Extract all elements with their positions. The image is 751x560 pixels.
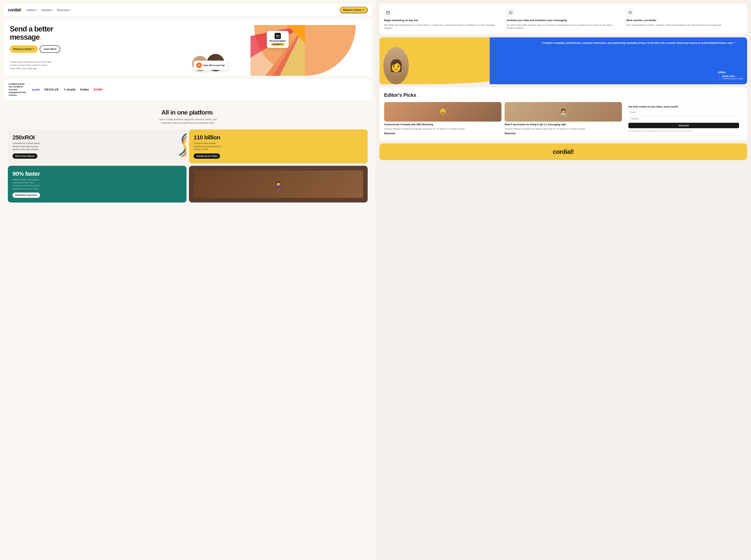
faster-button[interactable]: Build Better Experience — [13, 193, 40, 198]
brand-logos: purple REVOLVE ✦ shopify Forbes JOANN — [32, 88, 367, 91]
editors-picks-title: Editor's Picks. — [384, 92, 743, 98]
hero-title: Send a better message. — [10, 25, 186, 41]
editors-picks-section: Editor's Picks. 😄 Communicate Cordially … — [380, 87, 747, 140]
pick-text-1: Tincidunt habitasse ac blandit urna eges… — [384, 128, 501, 131]
streaming-card-1: 7 Begin streaming on day one With infini… — [384, 8, 503, 29]
picks-grid: 😄 Communicate Cordially with SMS Marketi… — [384, 102, 743, 136]
pick-article-2: 👩‍💼 What 5 top brands are doing to get 1… — [505, 102, 622, 136]
testimonial-quote: " Cordial's empathy, authenticity, custo… — [541, 41, 743, 45]
author-title: Lead Marketing of yopto — [722, 78, 743, 80]
streaming-text-1: With infinite data feeds flowing into ou… — [384, 24, 500, 29]
streaming-icon-3 — [626, 8, 634, 16]
nav-platform[interactable]: Platform — [26, 8, 38, 12]
roi-number: 250xROI — [13, 134, 182, 141]
nav-solutions[interactable]: Solutions — [41, 8, 53, 12]
newsletter-email-input[interactable] — [628, 110, 739, 115]
brands-label: Leading brands use Cordial to increase e… — [8, 82, 28, 96]
hero-background: 📷 Recommendation SEGMENT A 👩 👨 🔔 E — [190, 25, 366, 76]
pick-link-1[interactable]: Read more — [384, 132, 501, 134]
streaming-cards: 7 Begin streaming on day one With infini… — [384, 8, 743, 29]
streaming-text-3: Once implementations complete, marketers… — [626, 24, 739, 26]
hero-right: 📷 Recommendation SEGMENT A 👩 👨 🔔 E — [190, 25, 366, 76]
stats-grid: 250xROI Generated by Cordial clients. Ac… — [8, 129, 368, 163]
testimonial-author: yotpo. Sarah John Lead Marketing of yopt… — [718, 71, 743, 80]
pick-title-2: What 5 top brands are doing to get 1:1 m… — [505, 123, 622, 126]
nav-logo: cordial! — [8, 7, 22, 13]
nav-resources[interactable]: Resources — [57, 8, 71, 12]
navigation: cordial! Platform Solutions Resources Re… — [4, 4, 371, 16]
stat-billion: 110 billion Customer data records transf… — [189, 129, 368, 163]
nav-links: Platform Solutions Resources — [26, 8, 335, 12]
trip-card: 🔔 Extra 15% on your trip! — [194, 61, 228, 70]
hero-buttons: Request a Demo ↗ Learn More — [10, 45, 186, 53]
newsletter-subscribe-button[interactable]: Subscribe — [628, 123, 739, 128]
svg-text:7: 7 — [388, 13, 388, 14]
pick-text-2: Tincidunt habitasse ac blandit urna eges… — [505, 128, 622, 131]
newsletter-title: Our best content in your inbox, every mo… — [628, 105, 739, 108]
hero-learn-button[interactable]: Learn More — [40, 45, 60, 53]
pick-image-1: 😄 — [384, 102, 501, 122]
left-panel: cordial! Platform Solutions Resources Re… — [0, 0, 376, 560]
testimonial-bg: 👩 " Cordial's empathy, authenticity, cus… — [380, 37, 747, 84]
hero-description: Cordial helps marketers use all of their… — [10, 60, 53, 70]
hero-left: Send a better message. Request a Demo ↗ … — [10, 25, 186, 76]
brand-joann: JOANN — [94, 88, 103, 91]
testimonial-section: 👩 " Cordial's empathy, authenticity, cus… — [380, 37, 747, 84]
brand-revolve: REVOLVE — [44, 88, 59, 91]
brands-section: Leading brands use Cordial to increase e… — [4, 79, 371, 100]
nav-cta-button[interactable]: Request a Demo ↗ — [340, 7, 368, 13]
author-name: Sarah John — [722, 75, 743, 78]
streaming-title-2: Activate your data and transform your me… — [507, 19, 620, 22]
streaming-icon-2: M — [507, 8, 515, 16]
brand-shopify: ✦ shopify — [63, 88, 76, 91]
footer-logo: cordial! — [553, 148, 574, 155]
streaming-title-3: Work smarter, not harder — [626, 19, 739, 22]
streaming-section: 7 Begin streaming on day one With infini… — [380, 4, 747, 34]
bottom-stat-grid: 90% faster Implementation than legacy ma… — [8, 166, 368, 203]
faster-number: 90% faster — [13, 171, 182, 177]
billion-number: 110 billion — [194, 134, 363, 141]
footer-section: cordial! — [380, 143, 747, 160]
yotpo-logo: yotpo. — [718, 71, 743, 74]
streaming-card-3: Work smarter, not harder Once implementa… — [623, 8, 743, 29]
streaming-title-1: Begin streaming on day one — [384, 19, 500, 22]
recommendation-icon: 📷 — [274, 33, 281, 39]
recommendation-card: 📷 Recommendation SEGMENT A — [267, 31, 289, 48]
stat-photo-image: 👩‍🦱 — [194, 171, 363, 198]
brand-forbes: Forbes — [80, 88, 89, 91]
all-in-one-section: All in one platform. Use it to build aud… — [4, 103, 371, 208]
newsletter-fine-print: By submitting this form, you are agreein… — [628, 130, 739, 132]
pick-image-2: 👩‍💼 — [505, 102, 622, 122]
stat-roi: 250xROI Generated by Cordial clients. Ac… — [8, 129, 187, 163]
right-panel: 7 Begin streaming on day one With infini… — [376, 0, 751, 560]
newsletter-card: Our best content in your inbox, every mo… — [625, 102, 743, 136]
pick-article-1: 😄 Communicate Cordially with SMS Marketi… — [384, 102, 501, 136]
trip-icon: 🔔 — [196, 63, 202, 68]
billion-desc: Customer data records transformed and ac… — [194, 142, 223, 151]
hero-section: Send a better message. Request a Demo ↗ … — [4, 19, 371, 76]
roi-decoration — [172, 131, 187, 157]
pick-title-1: Communicate Cordially with SMS Marketing — [384, 123, 501, 126]
streaming-text-2: Our data transformation workflows allow … — [507, 24, 620, 29]
streaming-card-2: M Activate your data and transform your … — [504, 8, 623, 29]
recommendation-label: Recommendation — [270, 40, 286, 42]
pick-link-2[interactable]: Read more — [505, 132, 622, 134]
trip-label: Extra 15% on your trip! — [204, 64, 225, 66]
brand-purple: purple — [32, 88, 40, 91]
svg-text:M: M — [510, 12, 511, 14]
streaming-icon-1: 7 — [384, 8, 392, 16]
stat-photo: 👩‍🦱 — [189, 166, 368, 203]
hero-demo-button[interactable]: Request a Demo ↗ — [10, 45, 38, 53]
stat-faster: 90% faster Implementation than legacy ma… — [8, 166, 187, 203]
faster-desc: Implementation than legacy marketing clo… — [13, 178, 42, 191]
all-in-one-title: All in one platform. — [8, 109, 368, 116]
newsletter-company-input[interactable] — [628, 116, 739, 121]
segment-badge: SEGMENT A — [271, 43, 284, 46]
billion-button[interactable]: Activate all your Datas — [194, 154, 220, 159]
all-in-one-subtitle: Use it to build audience segments, disco… — [156, 118, 219, 125]
testimonial-person: 👩 — [383, 47, 409, 84]
roi-button[interactable]: Drive Cross-Channel — [13, 154, 37, 159]
roi-desc: Generated by Cordial clients. Achieve tr… — [13, 142, 42, 151]
